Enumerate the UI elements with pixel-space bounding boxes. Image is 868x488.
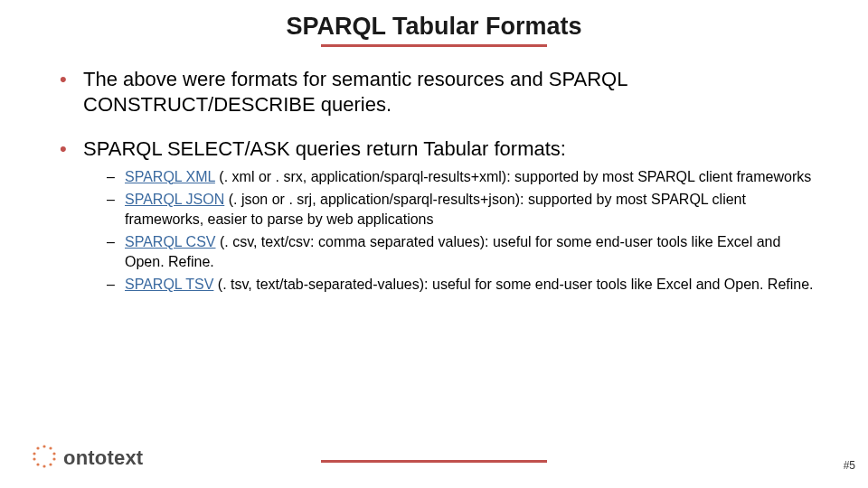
logo-text: ontotext (63, 446, 143, 470)
logo: ontotext (31, 443, 143, 474)
svg-point-6 (36, 463, 39, 465)
slide-title: SPARQL Tabular Formats (286, 13, 581, 41)
bullet-text: The above were formats for semantic reso… (83, 68, 627, 116)
sub-bullet-list: SPARQL XML (. xml or . srx, application/… (83, 167, 823, 296)
format-link[interactable]: SPARQL CSV (125, 234, 215, 249)
svg-point-0 (42, 445, 45, 447)
svg-point-9 (36, 446, 39, 449)
bullet-list: The above were formats for semantic reso… (45, 67, 823, 295)
svg-point-3 (52, 457, 55, 460)
sub-bullet-item: SPARQL CSV (. csv, text/csv: comma separ… (107, 232, 823, 271)
sub-bullet-item: SPARQL JSON (. json or . srj, applicatio… (107, 190, 823, 229)
footer-underline (321, 460, 547, 463)
sub-bullet-item: SPARQL TSV (. tsv, text/tab-separated-va… (107, 275, 823, 295)
svg-point-4 (49, 463, 52, 465)
sub-bullet-text: (. csv, text/csv: comma separated values… (125, 234, 780, 269)
bullet-item: The above were formats for semantic reso… (56, 67, 823, 117)
sub-bullet-text: (. tsv, text/tab-separated-values): usef… (213, 277, 813, 292)
bullet-text: SPARQL SELECT/ASK queries return Tabular… (83, 137, 566, 160)
format-link[interactable]: SPARQL XML (125, 169, 215, 184)
svg-point-5 (42, 465, 45, 467)
format-link[interactable]: SPARQL TSV (125, 277, 213, 292)
svg-point-7 (33, 457, 35, 460)
title-underline (321, 44, 547, 47)
sub-bullet-text: (. xml or . srx, application/sparql-resu… (215, 169, 811, 184)
svg-point-2 (52, 452, 55, 455)
slide: SPARQL Tabular Formats The above were fo… (0, 0, 868, 488)
svg-point-8 (33, 452, 35, 455)
logo-icon (31, 443, 58, 474)
format-link[interactable]: SPARQL JSON (125, 192, 224, 207)
sub-bullet-item: SPARQL XML (. xml or . srx, application/… (107, 167, 823, 187)
title-wrap: SPARQL Tabular Formats (45, 13, 823, 41)
footer: ontotext #5 (0, 437, 868, 474)
svg-point-1 (49, 446, 52, 449)
page-number: #5 (844, 459, 855, 472)
bullet-item: SPARQL SELECT/ASK queries return Tabular… (56, 136, 823, 295)
